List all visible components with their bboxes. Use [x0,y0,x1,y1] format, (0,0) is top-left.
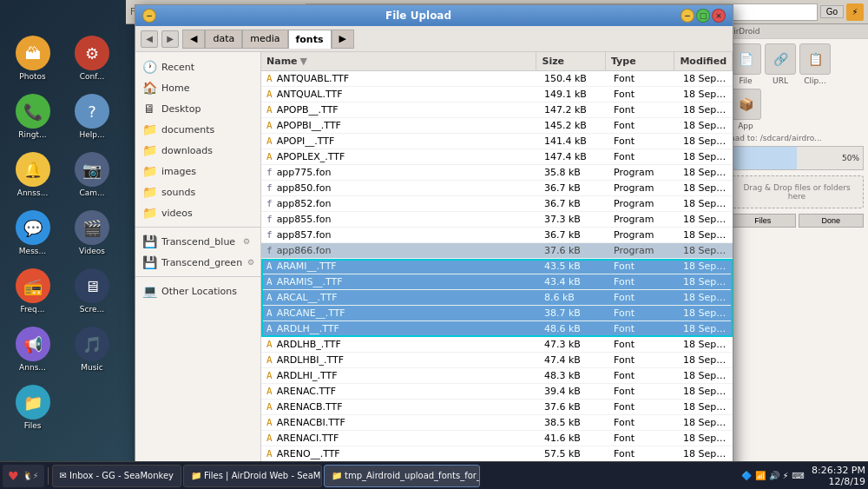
sidebar-item-downloads[interactable]: 📁 downloads [135,140,260,161]
airdroid-files-btn[interactable]: Files [730,214,796,228]
table-row[interactable]: AARDLHBI_.TTF47.4 kBFont18 Sep 2011 [261,353,733,368]
table-row[interactable]: AARENACI.TTF41.6 kBFont18 Sep 2011 [261,431,733,446]
desktop-icon-messages[interactable]: 💬 Mess... [4,205,61,261]
upload-label: tmp_Airdroid_upload_fonts_for_A... [345,471,480,480]
path-fonts[interactable]: fonts [288,30,332,49]
file-list-header: Name ▼ Size Type Modified [261,52,733,71]
sidebar-item-transcend-blue[interactable]: 💾 Transcend_blue ⚙ [135,231,260,252]
desktop-icon-help[interactable]: ? Help... [64,89,121,145]
sidebar-item-other-locations[interactable]: 💻 Other Locations [135,281,260,301]
table-row[interactable]: fapp852.fon36.7 kBProgram18 Sep 2011 [261,196,733,212]
desktop-icon-conf[interactable]: ⚙ Conf... [64,30,121,87]
sidebar-item-desktop[interactable]: 🖥 Desktop [135,98,260,119]
file-type-icon: f [266,167,273,178]
table-row[interactable]: fapp866.fon37.6 kBProgram18 Sep 2011 [261,243,733,259]
table-row[interactable]: AAPOPI__.TTF141.4 kBFont18 Sep 2011 [261,134,733,149]
path-data[interactable]: data [205,30,242,49]
dialog-close-btn[interactable]: × [712,9,726,23]
file-list[interactable]: AANTQUABL.TTF150.4 kBFont18 Sep 2011AANT… [261,71,733,478]
table-row[interactable]: AANTQUABL.TTF150.4 kBFont18 Sep 2011 [261,71,733,87]
sidebar-item-recent[interactable]: 🕐 Recent [135,56,260,77]
path-arrow-left[interactable]: ◀ [182,30,205,49]
dialog-max-btn[interactable]: □ [696,9,710,23]
table-row[interactable]: AARENAC.TTF39.4 kBFont18 Sep 2011 [261,384,733,400]
table-row[interactable]: fapp857.fon36.7 kBProgram18 Sep 2011 [261,228,733,243]
table-row[interactable]: AARCAL__.TTF8.6 kBFont18 Sep 2011 [261,290,733,306]
desktop-icon-music[interactable]: 🎵 Music [64,321,121,378]
file-type-icon: A [266,120,273,131]
taskbar-files-btn[interactable]: 📁 Files | AirDroid Web - SeaMonkey [183,465,322,487]
airdroid-url-icon[interactable]: 🔗 URL [765,43,796,85]
go-button[interactable]: Go [820,5,844,18]
table-row[interactable]: AAPOPB__.TTF147.2 kBFont18 Sep 2011 [261,102,733,118]
table-row[interactable]: AARENACBI.TTF38.5 kBFont18 Sep 2011 [261,415,733,431]
path-arrow-right[interactable]: ▶ [332,30,354,49]
file-type-icon: f [266,198,273,209]
pin-btn[interactable]: ⚙ [243,237,253,246]
desktop-icon-annss[interactable]: 🔔 Annss... [4,147,61,203]
airdroid-done-btn[interactable]: Done [799,214,865,228]
table-row[interactable]: AANTQUAL.TTF149.1 kBFont18 Sep 2011 [261,87,733,102]
table-row[interactable]: AAPOPBI__.TTF145.2 kBFont18 Sep 2011 [261,118,733,134]
sidebar-item-videos[interactable]: 📁 videos [135,202,260,223]
file-type-icon: f [266,214,273,225]
sidebar-item-documents[interactable]: 📁 documents [135,119,260,140]
col-header-modified[interactable]: Modified [674,52,733,70]
file-cell-name: AARENACBI.TTF [261,416,539,429]
file-type-icon: A [266,370,273,381]
airdroid-clip-icon[interactable]: 📋 Clip... [799,43,831,85]
file-list-wrapper: AANTQUABL.TTF150.4 kBFont18 Sep 2011AANT… [261,71,733,478]
desktop-icon-ringtone[interactable]: 📞 Ringt... [4,89,61,145]
nav-back-button[interactable]: ◀ [141,30,158,48]
documents-icon: 📁 [142,122,156,136]
file-type-icon: A [266,276,273,287]
airdroid-file-icon[interactable]: 📄 File [730,43,761,85]
table-row[interactable]: AARDLHI_.TTF48.3 kBFont18 Sep 2011 [261,368,733,384]
table-row[interactable]: fapp855.fon37.3 kBProgram18 Sep 2011 [261,212,733,228]
desktop-icon-files[interactable]: 📁 Files [4,380,61,436]
table-row[interactable]: AARAMIS__.TTF43.4 kBFont18 Sep 2011 [261,274,733,290]
dialog-min-btn[interactable]: − [681,9,694,23]
dialog-minimize-button[interactable]: − [142,9,156,23]
nav-forward-button[interactable]: ▶ [161,30,179,48]
dialog-window-buttons: − □ × [681,9,726,23]
table-row[interactable]: AARENACB.TTF37.6 kBFont18 Sep 2011 [261,400,733,415]
col-header-type[interactable]: Type [606,52,674,70]
pin-btn-2[interactable]: ⚙ [247,258,254,267]
taskbar-inbox-btn[interactable]: ✉ Inbox - GG - SeaMonkey [52,465,181,487]
table-row[interactable]: fapp850.fon36.7 kBProgram18 Sep 2011 [261,181,733,196]
annss-label: Annss... [17,189,49,198]
table-row[interactable]: AARDLHB_.TTF47.3 kBFont18 Sep 2011 [261,337,733,353]
desktop-icon-scre[interactable]: 🖥 Scre... [64,263,121,320]
col-header-size[interactable]: Size [536,52,605,70]
desktop-icon-camera[interactable]: 📷 Cam... [64,147,121,203]
taskbar-upload-btn[interactable]: 📁 tmp_Airdroid_upload_fonts_for_A... [324,465,480,487]
col-header-name[interactable]: Name ▼ [261,52,536,70]
transcend-blue-icon: 💾 [142,235,156,248]
sidebar-item-images[interactable]: 📁 images [135,161,260,182]
desktop-icon-freq[interactable]: 📻 Freq... [4,263,61,320]
table-row[interactable]: AAPOPLEX_.TTF147.4 kBFont18 Sep 2011 [261,149,733,165]
airdroid-dropzone[interactable]: Drag & Drop files or folders here [730,175,864,208]
desktop-icon-anns2[interactable]: 📢 Anns... [4,321,61,378]
desktop-icon-photos[interactable]: 🏔 Photos [4,30,61,87]
desktop-icon-videos[interactable]: 🎬 Videos [64,205,121,261]
airdroid-toolbar: AirDroid [726,24,868,39]
table-row[interactable]: fapp775.fon35.8 kBProgram18 Sep 2011 [261,165,733,181]
table-row[interactable]: AARDLH__.TTF48.6 kBFont18 Sep 2011 [261,321,733,337]
path-media[interactable]: media [242,30,287,49]
airdroid-app-icon[interactable]: 📦 App [730,89,761,130]
table-row[interactable]: AARCANE__.TTF38.7 kBFont18 Sep 2011 [261,306,733,321]
sidebar-item-home[interactable]: 🏠 Home [135,77,260,98]
sidebar-item-transcend-green[interactable]: 💾 Transcend_green ⚙ [135,252,260,273]
taskbar-start-icons: 🐧⚡ [23,471,39,480]
sidebar-label-desktop: Desktop [161,103,253,115]
file-type-icon: A [266,354,273,366]
sidebar-item-sounds[interactable]: 📁 sounds [135,182,260,202]
file-cell-name: AARCAL__.TTF [261,291,539,304]
path-breadcrumb: ◀ data media fonts ▶ [182,30,354,49]
table-row[interactable]: AARENO__.TTF57.5 kBFont18 Sep 2011 [261,446,733,462]
dialog-titlebar: − File Upload − □ × [135,5,733,26]
table-row[interactable]: AARAMI__.TTF43.5 kBFont18 Sep 2011 [261,259,733,274]
file-type-icon: A [266,417,273,428]
